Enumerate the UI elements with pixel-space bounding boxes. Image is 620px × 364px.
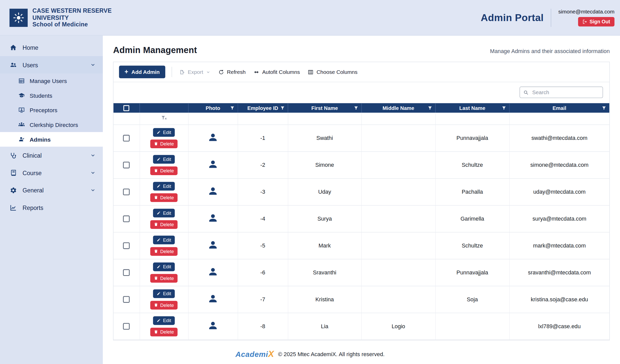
delete-label: Delete bbox=[160, 249, 174, 254]
middle-name-cell bbox=[361, 259, 435, 286]
admin-person-icon bbox=[18, 136, 25, 143]
delete-label: Delete bbox=[160, 329, 174, 335]
table-row: Edit Delete -3 Uday Pachalla uday@mtecda… bbox=[113, 178, 609, 205]
brand-line2: UNIVERSITY bbox=[32, 14, 112, 21]
chevron-down-icon bbox=[90, 170, 96, 176]
sidebar-item-students[interactable]: Students bbox=[0, 88, 103, 103]
clear-filter-icon[interactable] bbox=[161, 114, 167, 121]
copyright-text: © 2025 Mtec AcademiX. All rights reserve… bbox=[278, 351, 385, 357]
delete-label: Delete bbox=[160, 195, 174, 200]
filter-funnel-icon[interactable] bbox=[353, 105, 358, 110]
employee-id-cell: -4 bbox=[238, 205, 288, 232]
first-name-cell: Mark bbox=[288, 232, 362, 259]
filter-funnel-icon[interactable] bbox=[427, 105, 432, 110]
sidebar-item-clinical[interactable]: Clinical bbox=[0, 147, 103, 164]
delete-button[interactable]: Delete bbox=[150, 166, 177, 175]
edit-label: Edit bbox=[163, 210, 171, 216]
person-avatar-icon bbox=[208, 159, 218, 170]
select-all-checkbox[interactable] bbox=[123, 105, 129, 111]
row-checkbox[interactable] bbox=[123, 296, 130, 303]
edit-label: Edit bbox=[163, 129, 171, 135]
delete-button[interactable]: Delete bbox=[150, 301, 177, 309]
chart-line-icon bbox=[9, 204, 17, 211]
last-name-cell: Schultze bbox=[435, 151, 509, 178]
graduation-cap-icon bbox=[18, 92, 25, 99]
pencil-icon bbox=[157, 291, 161, 296]
sidebar-item-admins[interactable]: Admins bbox=[0, 132, 103, 147]
email-cell: simone@mtecdata.com bbox=[509, 151, 609, 178]
last-name-cell: Soja bbox=[435, 286, 509, 313]
app-root: CASE WESTERN RESERVE UNIVERSITY School o… bbox=[0, 0, 620, 364]
edit-button[interactable]: Edit bbox=[153, 155, 175, 163]
row-checkbox[interactable] bbox=[123, 162, 130, 168]
people-group-icon bbox=[18, 121, 25, 128]
add-admin-label: Add Admin bbox=[132, 69, 160, 75]
email-cell: sravanthi@mtecdata.com bbox=[509, 259, 609, 286]
sidebar-item-label: Course bbox=[23, 169, 42, 176]
search-input[interactable] bbox=[531, 89, 599, 95]
users-submenu: Manage Users Students Preceptors Clerksh… bbox=[0, 74, 103, 147]
filter-row bbox=[113, 113, 609, 125]
middle-name-cell bbox=[361, 205, 435, 232]
sidebar-item-home[interactable]: Home bbox=[0, 39, 103, 56]
delete-button[interactable]: Delete bbox=[150, 193, 177, 202]
filter-funnel-icon[interactable] bbox=[280, 105, 285, 110]
edit-button[interactable]: Edit bbox=[153, 316, 175, 325]
academix-logo: AcademiX bbox=[235, 349, 274, 359]
pencil-icon bbox=[157, 184, 161, 188]
add-admin-button[interactable]: + Add Admin bbox=[119, 66, 165, 78]
sidebar-item-course[interactable]: Course bbox=[0, 164, 103, 181]
delete-button[interactable]: Delete bbox=[150, 327, 177, 336]
sidebar-item-general[interactable]: General bbox=[0, 181, 103, 199]
edit-button[interactable]: Edit bbox=[153, 289, 175, 298]
choose-columns-button[interactable]: Choose Columns bbox=[307, 67, 358, 77]
sidebar-item-preceptors[interactable]: Preceptors bbox=[0, 103, 103, 118]
filter-funnel-icon[interactable] bbox=[601, 105, 607, 110]
row-checkbox[interactable] bbox=[123, 135, 130, 141]
refresh-icon bbox=[218, 69, 224, 75]
sign-out-button[interactable]: Sign Out bbox=[578, 17, 614, 26]
autofit-label: Autofit Columns bbox=[262, 69, 300, 75]
email-cell: uday@mtecdata.com bbox=[509, 178, 609, 205]
sidebar: Home Users Manage Users Students Precept… bbox=[0, 36, 103, 364]
sidebar-item-reports[interactable]: Reports bbox=[0, 199, 103, 216]
column-header: Last Name bbox=[459, 105, 485, 111]
top-header: CASE WESTERN RESERVE UNIVERSITY School o… bbox=[0, 0, 620, 36]
edit-button[interactable]: Edit bbox=[153, 235, 175, 244]
row-checkbox[interactable] bbox=[123, 242, 130, 249]
autofit-columns-button[interactable]: Autofit Columns bbox=[253, 67, 301, 77]
row-checkbox[interactable] bbox=[123, 189, 130, 195]
refresh-button[interactable]: Refresh bbox=[217, 67, 246, 77]
column-header: Photo bbox=[206, 105, 220, 111]
row-checkbox[interactable] bbox=[123, 216, 130, 222]
trash-icon bbox=[154, 142, 158, 146]
first-name-cell: Lia bbox=[288, 313, 362, 340]
delete-button[interactable]: Delete bbox=[150, 139, 177, 148]
person-avatar-icon bbox=[208, 293, 218, 304]
delete-button[interactable]: Delete bbox=[150, 247, 177, 256]
delete-button[interactable]: Delete bbox=[150, 220, 177, 229]
export-button[interactable]: Export bbox=[178, 67, 211, 77]
first-name-cell: Surya bbox=[288, 205, 362, 232]
row-checkbox[interactable] bbox=[123, 269, 130, 276]
edit-button[interactable]: Edit bbox=[153, 209, 175, 217]
email-cell: kristina.soja@case.edu bbox=[509, 286, 609, 313]
users-icon bbox=[9, 61, 17, 69]
edit-button[interactable]: Edit bbox=[153, 128, 175, 137]
filter-funnel-icon[interactable] bbox=[230, 105, 235, 110]
person-avatar-icon bbox=[208, 267, 218, 277]
edit-button[interactable]: Edit bbox=[153, 182, 175, 190]
delete-button[interactable]: Delete bbox=[150, 274, 177, 282]
book-icon bbox=[9, 169, 17, 177]
first-name-cell: Swathi bbox=[288, 125, 362, 152]
sidebar-item-users[interactable]: Users bbox=[0, 56, 103, 74]
table-row: Edit Delete -6 Sravanthi Punnavajjala sr… bbox=[113, 259, 609, 286]
sidebar-item-clerkship-directors[interactable]: Clerkship Directors bbox=[0, 118, 103, 132]
filter-funnel-icon[interactable] bbox=[501, 105, 506, 110]
sidebar-item-manage-users[interactable]: Manage Users bbox=[0, 74, 103, 88]
trash-icon bbox=[154, 222, 158, 226]
person-avatar-icon bbox=[208, 213, 218, 223]
portal-title: Admin Portal bbox=[481, 12, 544, 23]
edit-button[interactable]: Edit bbox=[153, 262, 175, 271]
row-checkbox[interactable] bbox=[123, 323, 130, 329]
